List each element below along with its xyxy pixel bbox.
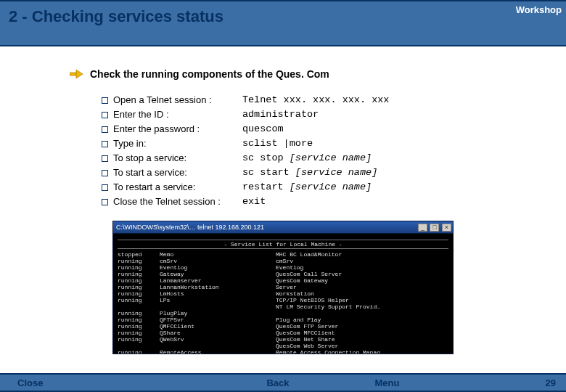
terminal-col-name: MemocmSrvEventlogGatewayLanmanserverLann… bbox=[160, 251, 276, 354]
minimize-icon[interactable]: _ bbox=[418, 224, 427, 232]
checkbox-icon bbox=[102, 126, 108, 133]
list-item-label: Close the Telnet session : bbox=[113, 195, 221, 209]
svg-rect-0 bbox=[70, 73, 76, 75]
instruction-list: Open a Telnet session : Enter the ID : E… bbox=[102, 93, 221, 209]
list-item: Enter the password : bbox=[102, 122, 221, 136]
list-item-label: To restart a service: bbox=[113, 180, 195, 195]
slide-header: 2 - Checking services status Workshop bbox=[0, 0, 566, 46]
page-title: 2 - Checking services status bbox=[0, 1, 566, 32]
list-item: Open a Telnet session : bbox=[102, 93, 221, 107]
close-icon[interactable]: × bbox=[442, 224, 451, 232]
list-item: To stop a service: bbox=[102, 151, 221, 166]
maximize-icon[interactable]: □ bbox=[430, 224, 439, 232]
command-line: quescom bbox=[242, 122, 390, 136]
content-two-columns: Open a Telnet session : Enter the ID : E… bbox=[102, 93, 566, 209]
terminal-body: - Service List for Local Machine - stopp… bbox=[112, 234, 454, 354]
terminal-list-header: - Service List for Local Machine - bbox=[118, 240, 448, 249]
command-line: administrator bbox=[242, 107, 390, 122]
list-item: Enter the ID : bbox=[102, 107, 221, 122]
arrow-right-icon bbox=[70, 69, 83, 79]
list-item-label: Enter the password : bbox=[113, 122, 200, 136]
terminal-window: C:\WINDOWS\system32\… telnet 192.168.200… bbox=[112, 221, 454, 354]
list-item-label: Open a Telnet session : bbox=[113, 93, 212, 107]
command-line: sc start [service name] bbox=[242, 166, 390, 180]
list-item-label: To start a service: bbox=[113, 166, 187, 180]
checkbox-icon bbox=[102, 199, 108, 205]
terminal-columns: stoppedrunningrunningrunningrunningrunni… bbox=[118, 251, 448, 354]
command-column: Telnet xxx. xxx. xxx. xxxadministratorqu… bbox=[242, 93, 390, 209]
list-item-label: Enter the ID : bbox=[113, 107, 169, 122]
slide-footer: Close Back Menu 29 bbox=[0, 373, 566, 392]
list-item: To start a service: bbox=[102, 166, 221, 180]
checkbox-icon bbox=[102, 141, 108, 147]
command-line: Telnet xxx. xxx. xxx. xxx bbox=[242, 93, 390, 107]
command-line: restart [service name] bbox=[242, 180, 390, 195]
menu-button[interactable]: Menu bbox=[357, 377, 417, 388]
list-item-label: To stop a service: bbox=[113, 151, 186, 166]
command-line: sc stop [service name] bbox=[242, 151, 390, 166]
list-item: To restart a service: bbox=[102, 180, 221, 195]
checkbox-icon bbox=[102, 170, 108, 176]
terminal-col-status: stoppedrunningrunningrunningrunningrunni… bbox=[118, 251, 160, 354]
list-item: Type in: bbox=[102, 136, 221, 151]
window-title: C:\WINDOWS\system32\… telnet 192.168.200… bbox=[116, 224, 264, 231]
close-button[interactable]: Close bbox=[0, 377, 60, 388]
checkbox-icon bbox=[102, 112, 108, 118]
checkbox-icon bbox=[102, 97, 108, 104]
section-row: Check the running components of the Ques… bbox=[70, 68, 566, 80]
terminal-col-desc: MHC BC Load&MonitorcmSrvEventlogQuesCom … bbox=[276, 251, 448, 354]
list-item-label: Type in: bbox=[113, 136, 147, 151]
command-line: sclist |more bbox=[242, 136, 390, 151]
svg-marker-1 bbox=[76, 70, 83, 78]
checkbox-icon bbox=[102, 155, 108, 162]
window-titlebar: C:\WINDOWS\system32\… telnet 192.168.200… bbox=[112, 221, 454, 234]
workshop-badge: Workshop bbox=[512, 1, 566, 18]
back-button[interactable]: Back bbox=[249, 377, 306, 388]
list-item: Close the Telnet session : bbox=[102, 195, 221, 209]
command-line: exit bbox=[242, 195, 390, 209]
page-number: 29 bbox=[546, 377, 566, 388]
window-controls: _ □ × bbox=[417, 224, 451, 232]
checkbox-icon bbox=[102, 184, 108, 191]
section-heading: Check the running components of the Ques… bbox=[90, 68, 329, 80]
